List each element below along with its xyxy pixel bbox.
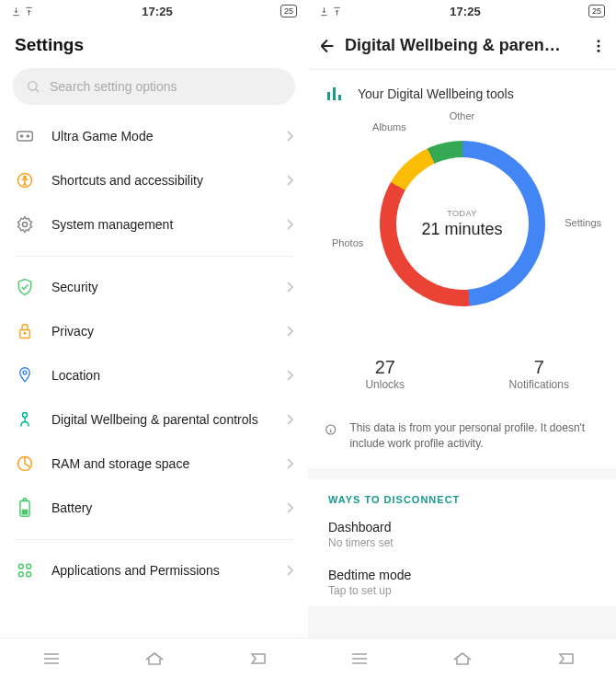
nav-back-icon[interactable] (248, 652, 267, 665)
chevron-right-icon (286, 414, 293, 425)
status-time: 17:25 (142, 5, 172, 18)
nav-recents-icon[interactable] (42, 652, 61, 665)
settings-item-label: Applications and Permissions (51, 563, 269, 578)
settings-item-privacy[interactable]: Privacy (0, 309, 308, 353)
settings-item-security[interactable]: Security (0, 265, 308, 309)
svg-point-18 (27, 572, 31, 577)
chevron-right-icon (286, 219, 293, 230)
svg-point-6 (23, 223, 28, 227)
lock-icon (17, 322, 33, 340)
stat-label: Unlocks (308, 378, 462, 391)
svg-point-21 (598, 49, 600, 52)
divider (0, 247, 308, 265)
upload-icon (332, 6, 342, 17)
stat-notifications[interactable]: 7 Notifications (462, 357, 617, 391)
page-title: Digital Wellbeing & paren… (337, 36, 590, 55)
search-input[interactable]: Search setting options (13, 68, 295, 105)
settings-item-label: Battery (51, 500, 269, 515)
chevron-right-icon (286, 282, 293, 293)
status-bar: 17:25 25 (0, 0, 308, 22)
disconnect-item-subtitle: No timers set (328, 536, 596, 549)
wellbeing-body: Your Digital Wellbeing tools TODAY 21 mi… (308, 70, 616, 638)
disconnect-item-subtitle: Tap to set up (328, 584, 596, 597)
info-text: This data is from your personal profile.… (349, 420, 599, 452)
svg-point-5 (24, 176, 27, 178)
nav-home-icon[interactable] (452, 651, 473, 666)
overflow-menu-icon[interactable] (590, 38, 607, 54)
apps-icon (16, 561, 34, 580)
download-icon (319, 6, 329, 17)
donut-label-albums: Albums (372, 121, 406, 132)
svg-point-2 (21, 135, 23, 137)
svg-point-8 (24, 332, 26, 334)
chevron-right-icon (286, 565, 293, 576)
nav-bar (308, 638, 616, 678)
disconnect-section: WAYS TO DISCONNECT Dashboard No timers s… (308, 479, 616, 606)
settings-item-label: Security (51, 280, 269, 294)
search-icon (26, 79, 40, 94)
chevron-right-icon (286, 326, 293, 337)
donut-value: 21 minutes (421, 219, 502, 238)
svg-point-3 (27, 135, 29, 137)
tools-header: Your Digital Wellbeing tools (308, 70, 616, 109)
chevron-right-icon (286, 458, 293, 469)
svg-point-19 (598, 40, 600, 42)
settings-item-label: Digital Wellbeing & parental controls (51, 412, 269, 427)
wellbeing-screen: 17:25 25 Digital Wellbeing & paren… Your… (308, 0, 616, 678)
wellbeing-icon (16, 410, 34, 429)
search-placeholder: Search setting options (50, 79, 177, 94)
disconnect-item-dashboard[interactable]: Dashboard No timers set (308, 511, 616, 558)
nav-home-icon[interactable] (144, 651, 165, 666)
svg-point-0 (29, 82, 37, 90)
settings-item-system[interactable]: System management (0, 202, 308, 247)
disconnect-item-title: Dashboard (328, 520, 596, 534)
svg-point-15 (18, 564, 23, 569)
svg-point-20 (598, 44, 600, 47)
settings-item-ultra-game-mode[interactable]: Ultra Game Mode (0, 114, 308, 158)
chevron-right-icon (286, 370, 293, 381)
profile-info: This data is from your personal profile.… (308, 408, 616, 468)
settings-item-shortcuts[interactable]: Shortcuts and accessibility (0, 158, 308, 202)
settings-item-wellbeing[interactable]: Digital Wellbeing & parental controls (0, 397, 308, 442)
usage-donut-chart[interactable]: TODAY 21 minutes Other Albums Photos Set… (308, 109, 616, 348)
donut-label-photos: Photos (332, 237, 363, 248)
svg-point-16 (27, 564, 31, 569)
settings-item-apps[interactable]: Applications and Permissions (0, 548, 308, 592)
battery-icon (17, 498, 32, 518)
nav-bar (0, 638, 308, 678)
tools-label: Your Digital Wellbeing tools (358, 86, 514, 101)
chevron-right-icon (286, 502, 293, 513)
stat-value: 27 (308, 357, 462, 378)
settings-item-label: Privacy (51, 324, 269, 339)
status-time: 17:25 (450, 5, 480, 18)
settings-item-location[interactable]: Location (0, 353, 308, 397)
divider (0, 530, 308, 548)
donut-center: TODAY 21 minutes (421, 208, 502, 238)
nav-back-icon[interactable] (556, 652, 575, 665)
stat-unlocks[interactable]: 27 Unlocks (308, 357, 462, 391)
battery-icon: 25 (280, 5, 297, 17)
nav-recents-icon[interactable] (350, 652, 369, 665)
donut-today-label: TODAY (421, 208, 502, 217)
app-header: Digital Wellbeing & paren… (308, 22, 616, 70)
settings-item-battery[interactable]: Battery (0, 486, 308, 530)
chevron-right-icon (286, 175, 293, 186)
info-icon (325, 420, 337, 439)
gamepad-icon (16, 129, 34, 144)
svg-rect-1 (17, 132, 33, 141)
settings-item-label: Ultra Game Mode (51, 129, 269, 144)
settings-item-label: RAM and storage space (51, 456, 269, 471)
disconnect-heading: WAYS TO DISCONNECT (308, 479, 616, 511)
svg-point-10 (23, 413, 28, 418)
battery-icon: 25 (588, 5, 605, 17)
disconnect-item-bedtime[interactable]: Bedtime mode Tap to set up (308, 558, 616, 606)
gear-icon (16, 215, 34, 234)
back-button[interactable] (317, 36, 337, 56)
bars-icon (326, 86, 343, 101)
donut-label-other: Other (450, 110, 475, 121)
settings-item-label: System management (51, 217, 269, 232)
stat-label: Notifications (462, 378, 617, 391)
svg-rect-22 (327, 92, 330, 100)
settings-item-ram[interactable]: RAM and storage space (0, 442, 308, 486)
page-title: Settings (0, 22, 308, 64)
